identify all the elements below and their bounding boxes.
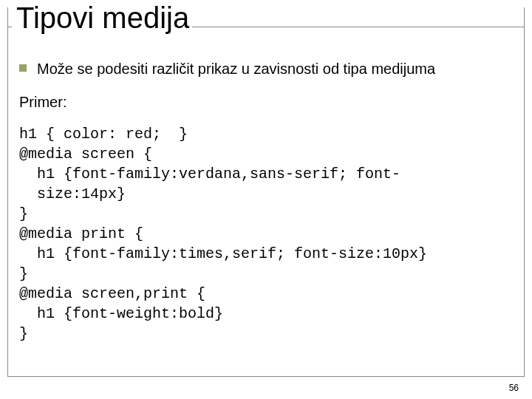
slide-title: Tipovi medija: [12, 0, 192, 35]
bullet-text: Može se podesiti različit prikaz u zavis…: [37, 59, 435, 79]
square-bullet-icon: [19, 64, 27, 72]
code-line: @media screen,print {: [19, 285, 205, 302]
code-line: }: [19, 325, 28, 342]
code-line: @media print {: [19, 225, 143, 242]
code-line: }: [19, 205, 28, 222]
code-line: h1 {font-weight:bold}: [19, 305, 223, 322]
page-number: 56: [509, 383, 519, 393]
code-block: h1 { color: red; } @media screen { h1 {f…: [19, 124, 513, 344]
title-bar: Tipovi medija: [7, 0, 525, 35]
code-line: h1 {font-family:times,serif; font-size:1…: [19, 245, 427, 262]
bullet-item: Može se podesiti različit prikaz u zavis…: [19, 59, 513, 79]
slide: Tipovi medija Može se podesiti različit …: [0, 0, 532, 399]
code-line: }: [19, 265, 28, 282]
title-rule-right: [192, 27, 525, 27]
slide-body: Može se podesiti različit prikaz u zavis…: [19, 59, 513, 344]
code-line: size:14px}: [19, 185, 126, 202]
example-label: Primer:: [19, 92, 513, 112]
code-line: h1 { color: red; }: [19, 126, 188, 143]
code-line: h1 {font-family:verdana,sans-serif; font…: [19, 166, 400, 183]
code-line: @media screen {: [19, 146, 152, 163]
